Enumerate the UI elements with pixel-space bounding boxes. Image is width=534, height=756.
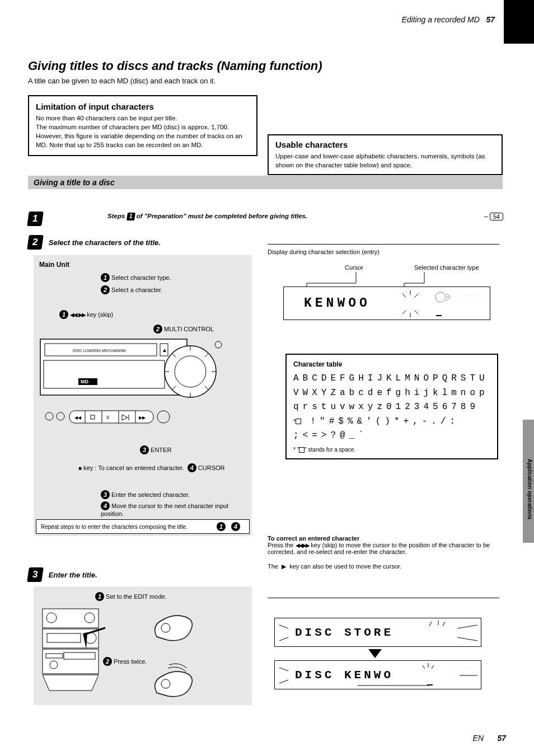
step-1-text: Steps 1 of "Preparation" must be complet… <box>107 213 307 220</box>
lcd-display-1: KENWOO · · · · · · · · · · · · ·· · · · … <box>283 287 490 320</box>
lcd-display-2b: DISC KENWO · · · · · · · · · · · · ·· · … <box>274 660 481 689</box>
svg-point-19 <box>45 412 53 420</box>
svg-text:II: II <box>106 415 109 420</box>
display-during-header: Display during character selection (entr… <box>268 248 380 255</box>
svg-point-9 <box>175 356 206 387</box>
multi-control-label: 2 MULTI CONTROL <box>153 325 214 334</box>
svg-point-31 <box>157 411 170 423</box>
svg-point-44 <box>161 679 170 688</box>
blink-icon-2 <box>417 662 439 679</box>
svg-text:◀◀: ◀◀ <box>74 415 82 420</box>
badge-2: 2 <box>101 285 110 294</box>
sub2: 2 Select a character. <box>101 285 162 294</box>
page-reference: – 54 <box>484 213 503 220</box>
hand-press-2-icon <box>146 659 207 706</box>
svg-point-20 <box>57 412 64 420</box>
enter-title-panel: 1 Set to the EDIT mode. 2 Press twice. <box>34 586 252 705</box>
section-bar: Giving a title to a disc <box>28 176 503 189</box>
svg-line-64 <box>443 622 445 626</box>
char-row-1: ABCDEFGHIJKLMNOPQRSTU <box>293 372 490 386</box>
svg-rect-32 <box>43 609 99 628</box>
hand-press-1-icon <box>146 603 207 650</box>
limitation-box: Limitation of input characters No more t… <box>28 95 257 156</box>
char-row-5: ;<=>?@_` <box>293 429 490 443</box>
lang-label: EN <box>473 734 484 743</box>
step-3: 3 Enter the title. <box>28 567 97 582</box>
skip-key-row: 1 ◀◀ ▶▶ key (skip) <box>59 310 113 319</box>
svg-line-62 <box>429 622 432 626</box>
stack-illustration <box>40 607 107 698</box>
svg-point-43 <box>161 623 170 632</box>
step-3-label: Enter the title. <box>49 571 97 579</box>
svg-line-59 <box>279 637 288 641</box>
char-note: * "" stands for a space. <box>293 447 490 453</box>
sub4: 4 Move the cursor to the next character … <box>101 501 252 517</box>
arrow-down-icon <box>368 649 382 660</box>
svg-point-18 <box>215 341 222 348</box>
svg-line-52 <box>415 294 418 297</box>
limitation-line1: No more than 40 characters can be input … <box>36 114 250 123</box>
svg-line-55 <box>415 311 418 314</box>
svg-line-58 <box>279 625 288 628</box>
char-row-2: VWXYZabcdefghijklmnop <box>293 386 490 401</box>
svg-line-66 <box>279 680 288 683</box>
section-bar-text: Giving a title to a disc <box>34 178 115 187</box>
limitation-label: Limitation of input characters <box>36 102 250 111</box>
inline-badge-1: 1 <box>127 213 135 220</box>
cursor-label: Cursor <box>345 264 363 271</box>
page-ref-num: 54 <box>490 213 503 220</box>
step-2-badge: 2 <box>27 235 44 250</box>
sub3: 3 Enter the selected character. <box>101 490 190 499</box>
char-row-3: qrstuvwxyz0123456789 <box>293 400 490 415</box>
lcd-display-2a: DISC STORE · · · · · · · · · · · · ·· · … <box>274 618 481 647</box>
header-text: Editing a recorded MD <box>401 15 479 24</box>
svg-line-61 <box>457 637 477 641</box>
character-table: Character table ABCDEFGHIJKLMNOPQRSTU VW… <box>285 354 498 459</box>
svg-text:MD: MD <box>81 379 88 384</box>
step-2: 2 Select the characters of the title. <box>28 235 161 250</box>
svg-line-65 <box>279 668 288 671</box>
usable-text: Upper-case and lower-case alphabetic cha… <box>275 152 495 170</box>
page-number: 57 <box>497 734 506 743</box>
svg-rect-34 <box>43 649 99 674</box>
correct-section: To correct an entered character Press th… <box>268 535 496 570</box>
panel-title: Main Unit <box>39 261 69 269</box>
svg-line-70 <box>432 665 434 669</box>
usable-chars-box: Usable characters Upper-case and lower-c… <box>268 134 503 175</box>
svg-text:DISC LOADING MECHANISM: DISC LOADING MECHANISM <box>73 349 126 353</box>
badge-1: 1 <box>101 273 110 282</box>
rewind-icon: ◀◀ <box>70 312 77 318</box>
unit-illustration: DISC LOADING MECHANISM ▲ MD <box>39 338 246 444</box>
step-1: 1 <box>28 212 43 226</box>
repeat-bar: Repeat steps to to enter the characters … <box>36 519 250 534</box>
svg-line-54 <box>402 311 406 314</box>
stop-key-row: ■ key : To cancel an entered character. … <box>78 463 225 472</box>
svg-text:▶▶: ▶▶ <box>139 415 146 420</box>
correct-title: To correct an entered character <box>268 535 359 542</box>
char-table-title: Character table <box>293 360 490 368</box>
svg-line-69 <box>423 665 425 669</box>
step-1-badge: 1 <box>27 212 44 226</box>
enter-label-row: 3 ENTER <box>140 445 171 454</box>
svg-text:▲: ▲ <box>162 347 167 353</box>
sub1: 1 Select character type. <box>101 273 171 282</box>
lcd-text: KENWOO <box>284 296 371 311</box>
header-breadcrumb: Editing a recorded MD 57 <box>401 15 495 24</box>
blink-icon <box>395 288 426 320</box>
side-tab-label: Application operations <box>527 459 533 519</box>
char-row-4: * !"#$%&'()*+,-./: <box>293 415 490 429</box>
main-unit-panel: Main Unit 1 Select character type. 2 Sel… <box>34 255 252 536</box>
page-subtitle: A title can be given to each MD (disc) a… <box>28 77 216 85</box>
step-2-label: Select the characters of the title. <box>49 238 161 247</box>
page-title: Giving titles to discs and tracks (Namin… <box>28 59 322 73</box>
usable-label: Usable characters <box>275 140 495 149</box>
forward-icon: ▶▶ <box>78 312 85 318</box>
header-page: 57 <box>486 15 495 24</box>
svg-point-57 <box>435 292 446 302</box>
limitation-line2: The maximum number of characters per MD … <box>36 123 250 149</box>
selected-type-label: Selected character type <box>414 264 479 271</box>
disc-indicator-icon <box>434 290 456 304</box>
svg-line-51 <box>402 294 406 297</box>
corner-tab <box>504 0 534 44</box>
step-3-badge: 3 <box>27 567 44 582</box>
